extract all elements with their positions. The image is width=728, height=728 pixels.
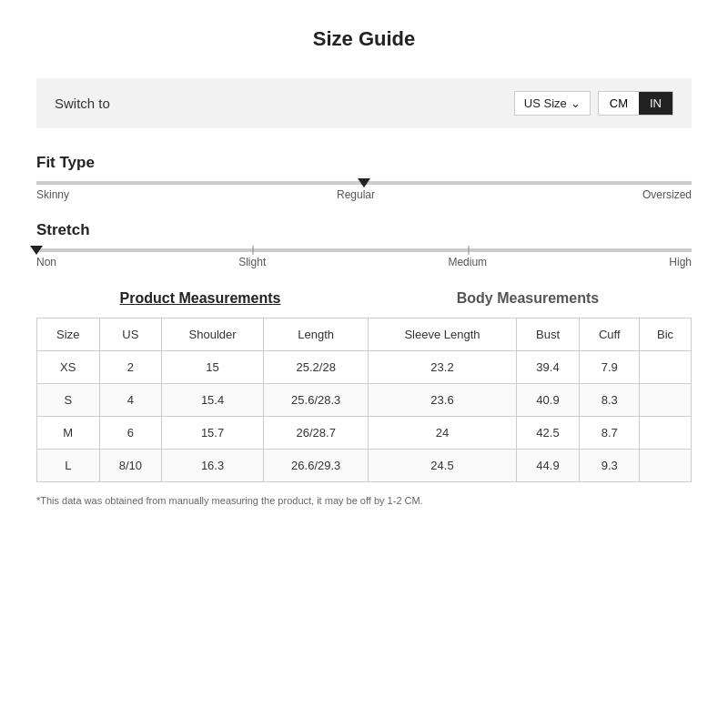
table-cell: 2 (99, 351, 162, 384)
table-cell: 24 (369, 417, 516, 450)
table-cell: 8/10 (99, 450, 162, 482)
fit-type-title: Fit Type (36, 154, 692, 172)
table-cell: M (37, 417, 100, 450)
table-row: L8/1016.326.6/29.324.544.99.3 (37, 450, 692, 482)
switch-to-bar: Switch to US Size ⌄ CM IN (36, 78, 692, 128)
stretch-track (36, 248, 692, 252)
size-option-label: US Size (524, 96, 567, 110)
table-cell: 23.6 (369, 384, 516, 417)
stretch-labels: Non Slight Medium High (36, 256, 692, 268)
col-us: US (99, 318, 162, 351)
table-cell: 26.6/29.3 (263, 450, 368, 482)
fit-type-section: Fit Type Skinny Regular Oversized (36, 154, 692, 201)
fit-type-marker (358, 178, 370, 187)
table-cell: 15 (162, 351, 264, 384)
size-table: Size US Shoulder Length Sleeve Length Bu… (36, 318, 692, 482)
col-sleeve-length: Sleeve Length (369, 318, 516, 351)
switch-to-label: Switch to (55, 96, 514, 111)
table-cell: 44.9 (516, 450, 580, 482)
col-cuff: Cuff (580, 318, 640, 351)
unit-cm-button[interactable]: CM (599, 92, 639, 115)
table-cell: S (37, 384, 100, 417)
table-cell: L (37, 450, 100, 482)
size-dropdown[interactable]: US Size ⌄ (514, 91, 591, 116)
table-row: XS21525.2/2823.239.47.9 (37, 351, 692, 384)
table-cell: 16.3 (162, 450, 264, 482)
dropdown-arrow-icon: ⌄ (571, 96, 581, 110)
table-cell: XS (37, 351, 100, 384)
product-measurements-label: Product Measurements (36, 290, 364, 307)
stretch-label-high: High (669, 256, 692, 268)
stretch-title: Stretch (36, 221, 692, 239)
stretch-label-medium: Medium (448, 256, 487, 268)
table-cell: 15.4 (162, 384, 264, 417)
stretch-label-non: Non (36, 256, 56, 268)
fit-type-labels: Skinny Regular Oversized (36, 188, 692, 201)
body-measurements-label: Body Measurements (364, 290, 692, 307)
table-cell: 6 (99, 417, 162, 450)
table-row: M615.726/28.72442.58.7 (37, 417, 692, 450)
table-cell: 7.9 (580, 351, 640, 384)
fit-label-skinny: Skinny (36, 188, 69, 201)
table-cell: 8.7 (580, 417, 640, 450)
stretch-section: Stretch Non Slight Medium High (36, 221, 692, 268)
table-cell: 40.9 (516, 384, 580, 417)
col-size: Size (37, 318, 100, 351)
fit-type-track (36, 181, 692, 185)
unit-toggle: CM IN (598, 91, 673, 116)
page-title: Size Guide (36, 27, 692, 51)
col-length: Length (263, 318, 368, 351)
table-cell: 25.2/28 (263, 351, 368, 384)
table-cell: 42.5 (516, 417, 580, 450)
col-bic: Bic (640, 318, 692, 351)
table-header-row: Size US Shoulder Length Sleeve Length Bu… (37, 318, 692, 351)
table-cell (640, 417, 692, 450)
fit-label-oversized: Oversized (642, 188, 692, 201)
table-cell: 8.3 (580, 384, 640, 417)
table-cell (640, 384, 692, 417)
table-row: S415.425.6/28.323.640.98.3 (37, 384, 692, 417)
table-cell: 26/28.7 (263, 417, 368, 450)
stretch-tick-1 (252, 246, 253, 255)
measurements-header: Product Measurements Body Measurements (36, 290, 692, 307)
table-cell (640, 351, 692, 384)
table-cell: 25.6/28.3 (263, 384, 368, 417)
table-cell: 24.5 (369, 450, 516, 482)
table-cell: 15.7 (162, 417, 264, 450)
table-cell (640, 450, 692, 482)
footnote: *This data was obtained from manually me… (36, 495, 692, 506)
stretch-tick-2 (469, 246, 470, 255)
table-cell: 4 (99, 384, 162, 417)
fit-label-regular: Regular (337, 188, 375, 201)
col-bust: Bust (516, 318, 580, 351)
stretch-marker (30, 246, 43, 255)
table-cell: 23.2 (369, 351, 516, 384)
col-shoulder: Shoulder (162, 318, 264, 351)
stretch-label-slight: Slight (238, 256, 266, 268)
table-cell: 39.4 (516, 351, 580, 384)
table-cell: 9.3 (580, 450, 640, 482)
unit-in-button[interactable]: IN (639, 92, 672, 115)
